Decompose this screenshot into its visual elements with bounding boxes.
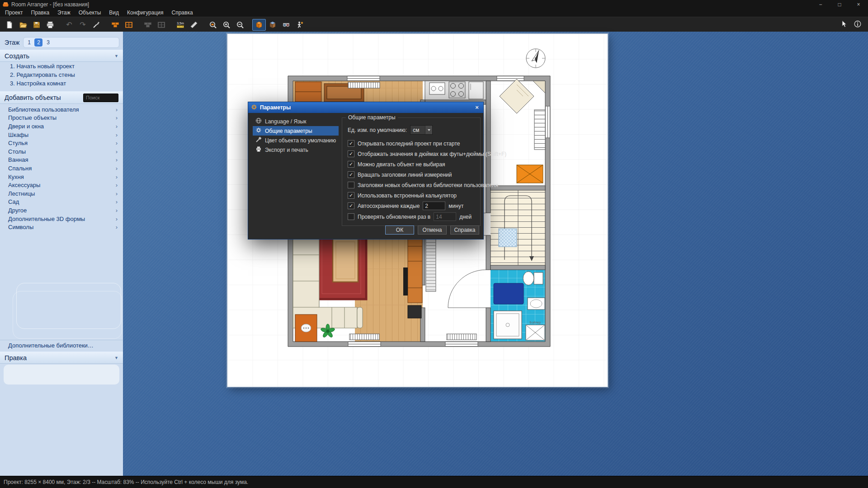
chevron-right-icon: › bbox=[116, 114, 118, 121]
menu-objects[interactable]: Объекты bbox=[75, 9, 105, 17]
checkbox[interactable]: ✓ bbox=[348, 161, 354, 168]
sidebar-item-stairs[interactable]: Лестницы› bbox=[0, 189, 123, 198]
nav-item-default-color[interactable]: Цвет объекта по умолчанию bbox=[253, 136, 339, 145]
sidebar-item-simple-objects[interactable]: Простые объекты› bbox=[0, 114, 123, 122]
step-edit-walls[interactable]: 2. Редактировать стены bbox=[10, 70, 75, 79]
nav-item-general[interactable]: Общие параметры bbox=[253, 126, 339, 136]
sidebar-item-bedroom[interactable]: Спальня› bbox=[0, 164, 123, 173]
option-rotate-dim-labels[interactable]: ✓ Вращать заголовки линий измерений bbox=[348, 171, 477, 178]
walkthrough-button[interactable] bbox=[293, 19, 307, 31]
sidebar-item-bathroom[interactable]: Ванная› bbox=[0, 156, 123, 164]
hall-shelf[interactable] bbox=[426, 233, 436, 291]
option-open-last-project[interactable]: ✓ Открывать последний проект при старте bbox=[348, 140, 477, 147]
canvas-area[interactable]: Бойлер bbox=[123, 32, 868, 476]
checkbox[interactable] bbox=[348, 213, 354, 220]
svg-text:3,5m: 3,5m bbox=[177, 22, 184, 25]
tab-floor-3[interactable]: 3 bbox=[44, 38, 52, 47]
autosave-minutes-input[interactable] bbox=[423, 202, 445, 210]
option-move-without-select[interactable]: ✓ Можно двигать объект не выбирая bbox=[348, 160, 477, 168]
step-setup-rooms[interactable]: 3. Настройка комнат bbox=[10, 79, 75, 88]
help-button[interactable]: Справка bbox=[450, 225, 479, 235]
step-new-project[interactable]: 1. Начать новый проект bbox=[10, 62, 75, 70]
wall-tool-alt-button[interactable] bbox=[141, 19, 155, 31]
floor-tabs: 1 2 3 bbox=[23, 37, 119, 48]
menu-project[interactable]: Проект bbox=[1, 9, 27, 17]
chevron-right-icon: › bbox=[116, 156, 118, 163]
compass-rose[interactable] bbox=[526, 49, 545, 68]
option-autosave[interactable]: ✓ Автосохранение каждые минут bbox=[348, 202, 477, 210]
sidebar-item-garden[interactable]: Сад› bbox=[0, 198, 123, 206]
room-tool-button[interactable] bbox=[122, 19, 136, 31]
minimize-button[interactable]: − bbox=[811, 0, 830, 9]
zoom-window-button[interactable] bbox=[206, 19, 220, 31]
undo-button[interactable]: ↶ bbox=[62, 19, 76, 31]
menu-floor[interactable]: Этаж bbox=[53, 9, 75, 17]
checkbox[interactable]: ✓ bbox=[348, 171, 354, 178]
tab-floor-1[interactable]: 1 bbox=[25, 38, 33, 47]
chevron-right-icon: › bbox=[116, 165, 118, 172]
room-tool-alt-button[interactable] bbox=[155, 19, 168, 31]
sidebar-item-tables[interactable]: Столы› bbox=[0, 147, 123, 156]
sidebar-item-kitchen[interactable]: Кухня› bbox=[0, 173, 123, 181]
option-check-updates[interactable]: Проверять обновления раз в дней bbox=[348, 213, 477, 221]
dialog-close-button[interactable]: × bbox=[472, 103, 481, 112]
sidebar-item-symbols[interactable]: Символы› bbox=[0, 223, 123, 231]
zoom-out-button[interactable] bbox=[233, 19, 247, 31]
option-builtin-calculator[interactable]: ✓ Использовать встроенный калькулятор bbox=[348, 192, 477, 199]
window-title: Room Arranger - [без названия] bbox=[11, 1, 89, 8]
maximize-button[interactable]: □ bbox=[830, 0, 849, 9]
anaglyph-3d-button[interactable] bbox=[279, 19, 293, 31]
checkbox[interactable]: ✓ bbox=[348, 140, 354, 147]
print-button[interactable] bbox=[43, 19, 57, 31]
wall-tool-button[interactable] bbox=[108, 19, 122, 31]
close-button[interactable]: × bbox=[849, 0, 868, 9]
sidebar-item-doors-windows[interactable]: Двери и окна› bbox=[0, 122, 123, 131]
section-create-header[interactable]: Создать ▼ bbox=[0, 50, 123, 62]
save-project-button[interactable] bbox=[30, 19, 43, 31]
section-edit-title: Правка bbox=[5, 354, 27, 361]
sidebar-item-cabinets[interactable]: Шкафы› bbox=[0, 131, 123, 139]
screwdriver-icon bbox=[255, 136, 262, 144]
option-new-object-titles[interactable]: Заголовки новых объектов из библиотеки п… bbox=[348, 181, 477, 189]
chevron-right-icon: › bbox=[116, 148, 118, 155]
new-project-button[interactable] bbox=[3, 19, 16, 31]
unit-select[interactable]: см bbox=[410, 125, 433, 135]
nav-item-export-print[interactable]: Экспорт и печать bbox=[253, 145, 339, 155]
object-search-input[interactable] bbox=[83, 94, 118, 102]
redo-icon: ↷ bbox=[80, 21, 85, 28]
measure-tool-button[interactable]: 3,5m bbox=[174, 19, 187, 31]
objects-3d-button[interactable] bbox=[266, 19, 279, 31]
nav-item-language[interactable]: Language / Язык bbox=[253, 117, 339, 126]
draw-walls-button[interactable] bbox=[187, 19, 201, 31]
sidebar-item-extra-3d-shapes[interactable]: Дополнительные 3D формы› bbox=[0, 215, 123, 223]
extra-libraries-link[interactable]: Дополнительные библиотеки… bbox=[0, 340, 123, 351]
collapse-arrow-icon: ▼ bbox=[114, 356, 118, 360]
tab-floor-2[interactable]: 2 bbox=[34, 38, 42, 47]
sidebar-item-other[interactable]: Другое› bbox=[0, 206, 123, 215]
view-3d-button[interactable] bbox=[252, 19, 266, 31]
redo-button[interactable]: ↷ bbox=[76, 19, 90, 31]
sidebar-item-user-library[interactable]: Библиотека пользователя› bbox=[0, 105, 123, 114]
checkbox[interactable]: ✓ bbox=[348, 192, 354, 199]
chevron-right-icon: › bbox=[116, 207, 118, 214]
app-logo-icon bbox=[3, 2, 9, 8]
update-days-input[interactable] bbox=[434, 212, 456, 221]
sidebar-item-chairs[interactable]: Стулья› bbox=[0, 139, 123, 147]
section-add-objects-title: Добавить объекты bbox=[5, 94, 61, 101]
paint-brush-button[interactable] bbox=[90, 19, 103, 31]
checkbox[interactable]: ✓ bbox=[348, 150, 354, 157]
menu-help[interactable]: Справка bbox=[168, 9, 197, 17]
sidebar-item-accessories[interactable]: Аксессуары› bbox=[0, 181, 123, 189]
menu-configuration[interactable]: Конфигурация bbox=[123, 9, 168, 17]
ok-button[interactable]: ОК bbox=[385, 225, 414, 235]
checkbox[interactable] bbox=[348, 182, 354, 188]
info-button[interactable] bbox=[854, 20, 862, 30]
checkbox[interactable]: ✓ bbox=[348, 202, 354, 209]
zoom-in-button[interactable] bbox=[220, 19, 233, 31]
menu-edit[interactable]: Правка bbox=[27, 9, 54, 17]
menu-view[interactable]: Вид bbox=[105, 9, 123, 17]
section-edit-header[interactable]: Правка ▼ bbox=[0, 352, 123, 364]
option-feet-inches[interactable]: ✓ Отображать значения в дюймах как футы+… bbox=[348, 150, 477, 158]
cancel-button[interactable]: Отмена bbox=[418, 225, 447, 235]
open-project-button[interactable] bbox=[16, 19, 30, 31]
